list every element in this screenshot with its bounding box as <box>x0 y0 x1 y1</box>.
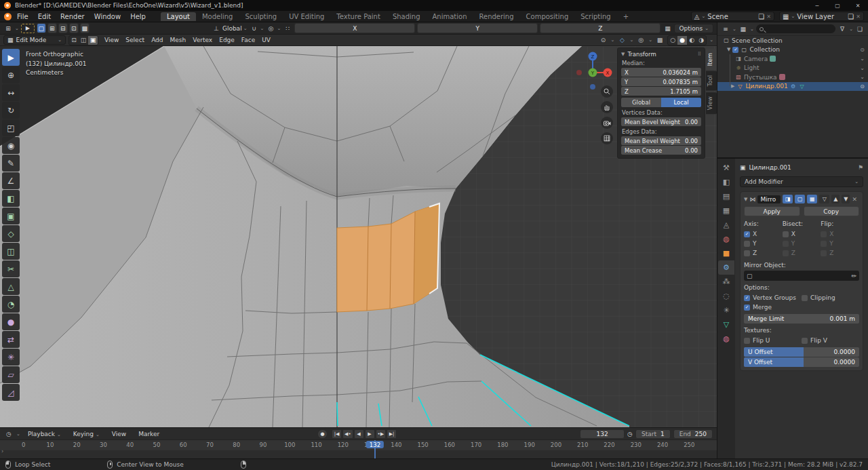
pan-hand-button[interactable] <box>601 101 613 113</box>
flip-x-checkbox[interactable] <box>821 231 827 237</box>
copy-icon[interactable]: ❏ <box>758 13 764 20</box>
rip-region-tool[interactable]: ◿ <box>2 384 20 401</box>
flip-v-checkbox[interactable] <box>802 338 808 344</box>
median-value-field[interactable]: Y 0.007835 m <box>621 77 701 86</box>
select-mode-new[interactable]: ▢ <box>37 23 46 33</box>
eye-open-icon[interactable]: ⊙ <box>860 47 865 53</box>
edge-slide-tool[interactable]: ⇄ <box>2 331 20 348</box>
scene-properties-tab[interactable]: ◬ <box>718 218 734 232</box>
clipping-checkbox[interactable] <box>802 295 808 301</box>
sidebar-tab[interactable]: View <box>706 92 717 114</box>
constraints-properties-tab[interactable]: ✳ <box>718 303 734 317</box>
select-mode-invert[interactable]: ⊡ <box>69 23 79 33</box>
axis-z-checkbox[interactable] <box>744 250 750 256</box>
mirror-object-field[interactable]: ▢ ✏ <box>744 271 859 281</box>
copy-button[interactable]: Copy <box>804 206 860 216</box>
modifier-properties-tab[interactable]: ⚙ <box>718 260 734 275</box>
solid-shading[interactable]: ● <box>677 36 687 45</box>
viewport-menu-item[interactable]: Add <box>148 36 166 44</box>
eyedropper-icon[interactable]: ✏ <box>851 273 856 279</box>
eye-open-icon[interactable]: ⊙ <box>860 83 865 90</box>
cursor-tool[interactable]: ⊕ <box>2 66 20 83</box>
timeline-editor-icon[interactable]: ◷ <box>4 429 14 438</box>
frame-start-field[interactable]: Start 1 <box>635 429 671 439</box>
outliner-search-input[interactable] <box>756 24 835 33</box>
median-value-field[interactable]: X 0.036024 m <box>621 68 701 77</box>
axis-x-checkbox[interactable]: ✓ <box>744 231 750 237</box>
overlays-dropdown-icon[interactable]: ◎ <box>636 36 646 45</box>
bisect-x-checkbox[interactable] <box>783 231 789 237</box>
sidebar-tab[interactable]: Tool <box>706 71 717 91</box>
scene-selector[interactable]: ◬ ⌄ Scene ❏ ✕ <box>691 12 774 21</box>
apply-button[interactable]: Apply <box>744 206 800 216</box>
close-button[interactable]: ✕ <box>848 0 868 11</box>
visibility-dropdown-icon[interactable]: ⊙ <box>599 36 608 45</box>
menu-item[interactable]: Render <box>56 12 90 21</box>
auto-keyframe-clock-icon[interactable]: ◷ <box>627 431 633 437</box>
particles-properties-tab[interactable]: ⁂ <box>718 275 734 289</box>
measure-tool[interactable]: ∠ <box>2 172 20 189</box>
viewport-menu-item[interactable]: View <box>101 36 122 44</box>
filter-icon[interactable]: ∇ <box>837 24 847 33</box>
delete-modifier-icon[interactable]: ✕ <box>852 196 857 203</box>
flip-u-checkbox[interactable] <box>744 338 750 344</box>
physics-properties-tab[interactable]: ◌ <box>718 289 734 303</box>
extrude-region-tool[interactable]: ◧ <box>2 190 20 207</box>
move-tool[interactable]: ↔ <box>2 84 20 101</box>
outliner-item-light[interactable]: ☼ Light ⌄ <box>717 64 868 73</box>
show-edit-mode-toggle[interactable]: ▦ <box>807 195 817 203</box>
vertex-data-field[interactable]: Mean Bevel Weight 0.00 <box>621 117 701 126</box>
blender-menu-icon[interactable] <box>4 13 12 20</box>
workspace-tab[interactable]: UV Editing <box>283 12 330 21</box>
menu-item[interactable]: Edit <box>33 12 56 21</box>
collection-checkbox[interactable]: ✓ <box>732 47 738 53</box>
collection-row[interactable]: ▼ ✓ ▢ Collection ⊙ <box>717 45 868 55</box>
u-offset-slider[interactable]: U Offset 0.0000 <box>744 347 859 357</box>
add-modifier-dropdown[interactable]: Add Modifier ⌄ <box>740 176 863 187</box>
mirror-x-button[interactable]: X <box>294 23 415 33</box>
expand-triangle-icon[interactable]: ▼ <box>727 47 730 52</box>
menu-item[interactable]: Help <box>125 12 151 21</box>
edge-data-field[interactable]: Mean Crease 0.00 <box>621 146 701 155</box>
drag-dots-icon[interactable]: ⠿ <box>698 52 701 57</box>
flip-z-checkbox[interactable] <box>821 250 827 256</box>
inset-faces-tool[interactable]: ▣ <box>2 208 20 224</box>
workspace-tab[interactable]: Rendering <box>473 12 519 21</box>
transport-button[interactable]: ▶| <box>387 429 397 439</box>
loop-cut-tool[interactable]: ◫ <box>2 243 20 260</box>
frame-end-field[interactable]: End 250 <box>673 429 713 439</box>
expand-triangle-icon[interactable]: ▶ <box>731 83 734 89</box>
mirror-z-button[interactable]: Z <box>540 23 660 33</box>
view-layer-properties-tab[interactable]: ▦ <box>718 203 734 218</box>
pin-icon[interactable]: ⚑ <box>858 164 863 171</box>
axis-y-checkbox[interactable] <box>744 241 750 247</box>
space-option-button[interactable]: Global <box>621 98 661 107</box>
eye-closed-icon[interactable]: ⌄ <box>860 56 865 62</box>
snap-toggle[interactable]: ∪ ⌄ <box>250 24 264 33</box>
eye-closed-icon[interactable]: ⌄ <box>860 65 865 71</box>
select-mode-subtract[interactable]: ⊟ <box>58 23 68 33</box>
select-mode-intersect[interactable]: ▩ <box>80 23 90 33</box>
bevel-tool[interactable]: ◇ <box>2 225 20 242</box>
tool-properties-tab[interactable]: ⚒ <box>718 161 734 175</box>
show-viewport-toggle[interactable]: ▢ <box>795 195 805 203</box>
knife-tool[interactable]: ✂ <box>2 260 20 277</box>
world-properties-tab[interactable]: ◍ <box>718 232 734 246</box>
show-on-cage-toggle[interactable]: ▽ <box>819 195 829 203</box>
workspace-tab[interactable]: Texture Paint <box>330 12 387 21</box>
playback-menu[interactable]: Playback ⌄ <box>23 430 66 438</box>
snap-target-icon[interactable]: ▦ <box>663 24 672 33</box>
outliner-item-camera[interactable]: ◨ Camera ⌄ <box>717 54 868 64</box>
poly-build-tool[interactable]: △ <box>2 278 20 295</box>
mirror-y-button[interactable]: Y <box>417 23 538 33</box>
keying-menu[interactable]: Keying ⌄ <box>68 430 104 438</box>
show-render-toggle[interactable]: ◨ <box>783 195 793 203</box>
space-option-button[interactable]: Local <box>661 98 701 107</box>
merge-checkbox[interactable]: ✓ <box>744 305 750 311</box>
collapse-triangle-icon[interactable]: ▼ <box>744 197 747 202</box>
flip-y-checkbox[interactable] <box>821 241 827 247</box>
median-value-field[interactable]: Z 1.7105 m <box>621 87 701 96</box>
gizmos-dropdown-icon[interactable]: ◇ <box>617 36 627 45</box>
modifier-name-field[interactable]: Mirro <box>757 195 781 203</box>
outliner-item-cylinder[interactable]: ▶ ▽ Цилиндр.001 ⚙ ▽ ⊙ <box>717 82 868 92</box>
